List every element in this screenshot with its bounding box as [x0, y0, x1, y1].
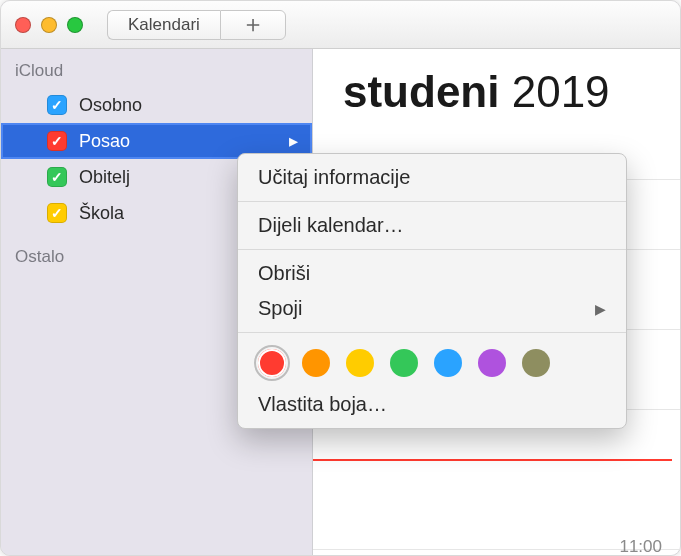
titlebar: Kalendari ＋	[1, 1, 680, 49]
color-swatch-brown[interactable]	[522, 349, 550, 377]
color-swatch-yellow[interactable]	[346, 349, 374, 377]
now-line	[313, 459, 672, 461]
menu-item-label: Obriši	[258, 262, 310, 285]
menu-item-get-info[interactable]: Učitaj informacije	[238, 160, 626, 195]
sidebar-item-label: Osobno	[79, 95, 312, 116]
menu-item-share[interactable]: Dijeli kalendar…	[238, 208, 626, 243]
checkbox-icon[interactable]	[47, 203, 67, 223]
page-title: studeni 2019	[343, 67, 610, 117]
menu-item-label: Spoji	[258, 297, 302, 320]
context-menu: Učitaj informacije Dijeli kalendar… Obri…	[237, 153, 627, 429]
plus-icon: ＋	[241, 8, 265, 40]
menu-item-label: Vlastita boja…	[258, 393, 387, 416]
menu-separator	[238, 201, 626, 202]
menu-separator	[238, 332, 626, 333]
menu-item-label: Dijeli kalendar…	[258, 214, 404, 237]
window-controls	[15, 17, 83, 33]
calendars-button-label: Kalendari	[128, 15, 200, 35]
menu-item-delete[interactable]: Obriši	[238, 256, 626, 291]
sidebar-item-label: Posao	[79, 131, 277, 152]
color-swatch-orange[interactable]	[302, 349, 330, 377]
calendars-button[interactable]: Kalendari	[107, 10, 220, 40]
add-event-button[interactable]: ＋	[220, 10, 286, 40]
menu-item-custom-color[interactable]: Vlastita boja…	[238, 387, 626, 422]
month-label: studeni	[343, 67, 499, 116]
menu-item-merge[interactable]: Spoji ▶	[238, 291, 626, 326]
minimize-icon[interactable]	[41, 17, 57, 33]
sidebar-item-osobno[interactable]: Osobno	[1, 87, 312, 123]
chevron-right-icon: ▸	[289, 130, 298, 152]
app-window: Kalendari ＋ iCloud Osobno Posao ▸ Obitel…	[0, 0, 681, 556]
time-label: 11:00	[619, 537, 662, 556]
menu-item-label: Učitaj informacije	[258, 166, 410, 189]
menu-color-row	[238, 339, 626, 387]
checkbox-icon[interactable]	[47, 95, 67, 115]
year-label: 2019	[512, 67, 610, 116]
close-icon[interactable]	[15, 17, 31, 33]
menu-separator	[238, 249, 626, 250]
color-swatch-purple[interactable]	[478, 349, 506, 377]
color-swatch-blue[interactable]	[434, 349, 462, 377]
checkbox-icon[interactable]	[47, 131, 67, 151]
sidebar-group-icloud: iCloud	[1, 57, 312, 87]
color-swatch-green[interactable]	[390, 349, 418, 377]
toolbar-group: Kalendari ＋	[107, 10, 286, 40]
chevron-right-icon: ▶	[595, 301, 606, 317]
checkbox-icon[interactable]	[47, 167, 67, 187]
zoom-icon[interactable]	[67, 17, 83, 33]
color-swatch-red[interactable]	[258, 349, 286, 377]
